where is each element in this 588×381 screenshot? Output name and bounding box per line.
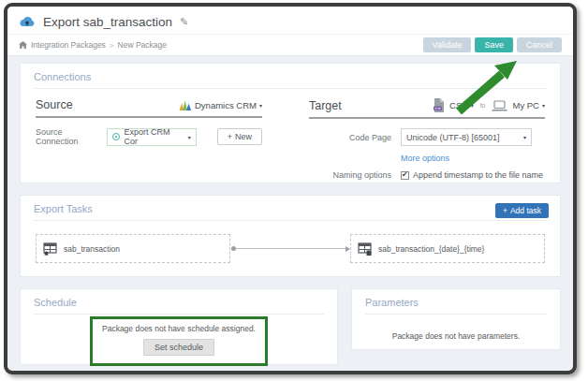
code-page-select[interactable]: Unicode (UTF-8) [65001] ▾ xyxy=(401,128,532,146)
schedule-panel: Schedule Package does not have schedule … xyxy=(20,288,338,365)
table-icon xyxy=(43,242,58,256)
toolbar-actions: Validate Save Cancel xyxy=(423,37,562,53)
plus-icon: + xyxy=(503,206,507,215)
append-timestamp-label: Append timestamp to the file name xyxy=(413,170,543,180)
plus-icon: + xyxy=(228,132,232,141)
annotation-box: Package does not have schedule assigned.… xyxy=(90,316,268,366)
chevron-down-icon: ▾ xyxy=(259,102,262,109)
divider xyxy=(34,314,324,315)
source-connector-picker[interactable]: Dynamics CRM ▾ xyxy=(179,99,262,111)
parameters-panel: Parameters Package does not have paramet… xyxy=(351,288,561,350)
breadcrumb-item-integration-packages[interactable]: Integration Packages xyxy=(31,40,106,50)
task-connector xyxy=(230,234,350,263)
dynamics-crm-logo-icon xyxy=(179,99,192,111)
page-content: Connections Source xyxy=(7,56,573,277)
append-timestamp-checkbox[interactable] xyxy=(401,171,409,180)
target-task-box[interactable]: sab_transaction_{date}_{time} xyxy=(350,234,545,263)
task-name: sab_transaction xyxy=(64,244,120,254)
chevron-down-icon: ▾ xyxy=(471,102,474,109)
schedule-heading: Schedule xyxy=(21,289,337,314)
naming-options-label: Naming options xyxy=(309,170,391,180)
save-button[interactable]: Save xyxy=(475,37,513,53)
set-schedule-button[interactable]: Set schedule xyxy=(143,339,214,356)
code-page-value: Unicode (UTF-8) [65001] xyxy=(406,133,500,142)
validate-button[interactable]: Validate xyxy=(423,37,472,53)
source-heading: Source xyxy=(36,98,73,111)
source-task-box[interactable]: sab_transaction xyxy=(36,234,230,263)
target-destination-picker[interactable]: My PC ▾ xyxy=(512,100,545,110)
parameters-empty-text: Package does not have parameters. xyxy=(392,331,521,341)
screenshot-stage: Export sab_transaction ✎ Integration Pac… xyxy=(0,0,588,381)
new-connection-button[interactable]: + New xyxy=(217,128,262,145)
bottom-row: Schedule Package does not have schedule … xyxy=(7,288,573,374)
export-tasks-heading: Export Tasks xyxy=(21,196,560,220)
to-label: to xyxy=(480,102,486,109)
code-page-label: Code Page xyxy=(309,133,391,142)
page-title: Export sab_transaction xyxy=(43,15,172,29)
new-connection-label: New xyxy=(235,132,252,141)
add-task-button[interactable]: + Add task xyxy=(495,203,549,218)
add-task-label: Add task xyxy=(510,206,541,215)
connections-heading: Connections xyxy=(21,64,560,88)
title-bar: Export sab_transaction ✎ xyxy=(7,7,573,34)
source-connection-select[interactable]: Export CRM Cor ▾ xyxy=(107,128,196,146)
home-icon[interactable] xyxy=(19,41,27,49)
connector-arrow-icon xyxy=(345,246,350,252)
chevron-down-icon: ▾ xyxy=(523,134,526,140)
task-name: sab_transaction_{date}_{time} xyxy=(378,244,484,254)
target-format-picker[interactable]: CSV ▾ xyxy=(449,100,474,110)
more-options-link[interactable]: More options xyxy=(401,154,545,163)
cancel-button[interactable]: Cancel xyxy=(517,37,562,53)
target-format-label: CSV xyxy=(449,100,468,110)
target-destination-label: My PC xyxy=(512,100,539,110)
laptop-icon xyxy=(492,100,507,111)
edit-title-icon[interactable]: ✎ xyxy=(180,16,188,28)
table-file-icon xyxy=(358,242,373,256)
chevron-down-icon: ▾ xyxy=(188,134,191,140)
breadcrumb-separator: > xyxy=(110,41,114,50)
schedule-empty-text: Package does not have schedule assigned. xyxy=(102,324,256,333)
target-heading: Target xyxy=(309,99,342,112)
source-section: Source Dynamics CRM xyxy=(36,98,262,180)
breadcrumb: Integration Packages > New Package Valid… xyxy=(7,34,573,56)
source-connector-label: Dynamics CRM xyxy=(195,100,257,110)
chevron-down-icon: ▾ xyxy=(542,102,545,109)
connection-status-icon xyxy=(112,133,120,140)
parameters-heading: Parameters xyxy=(352,289,560,314)
csv-file-icon xyxy=(433,98,445,112)
source-connection-label: Source Connection xyxy=(36,127,97,146)
source-connection-value: Export CRM Cor xyxy=(124,127,184,146)
app-window: Export sab_transaction ✎ Integration Pac… xyxy=(4,3,577,374)
cloud-logo-icon xyxy=(19,16,36,28)
export-tasks-panel: Export Tasks + Add task xyxy=(20,195,561,277)
breadcrumb-item-new-package: New Package xyxy=(118,40,167,50)
connections-panel: Connections Source xyxy=(20,63,561,183)
target-section: Target xyxy=(309,98,545,180)
connector-dot xyxy=(231,246,236,251)
task-flow: sab_transaction xyxy=(21,221,560,278)
